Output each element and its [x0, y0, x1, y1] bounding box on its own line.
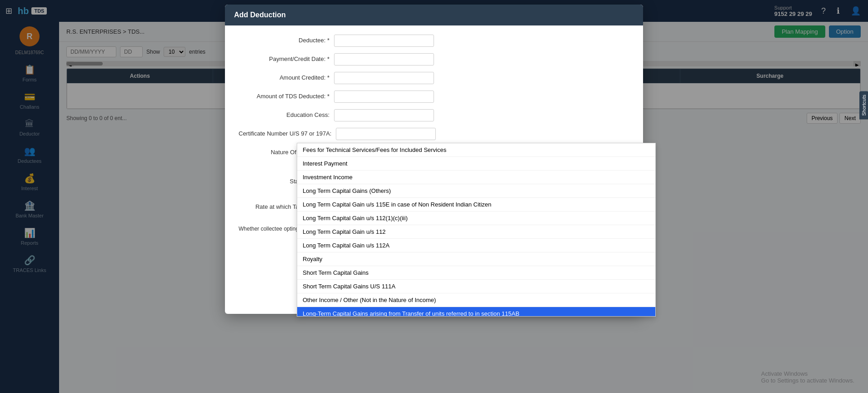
amount-credited-label: Amount Credited: * [239, 72, 329, 81]
deductee-label: Deductee: * [239, 35, 329, 44]
dropdown-item-7[interactable]: Long Term Capital Gain u/s 112A [297, 239, 655, 252]
certificate-input[interactable] [336, 128, 436, 140]
amount-tds-input[interactable] [334, 91, 434, 103]
certificate-label: Certificate Number U/S 97 or 197A: [239, 128, 331, 137]
modal-body: Deductee: * Payment/Credit Date: * Amoun… [225, 25, 643, 252]
dropdown-item-9[interactable]: Short Term Capital Gains [297, 266, 655, 280]
nature-dropdown-list[interactable]: Fees for Technical Services/Fees for Inc… [297, 143, 656, 317]
payment-date-label: Payment/Credit Date: * [239, 53, 329, 62]
payment-date-input[interactable] [334, 53, 434, 66]
dropdown-item-5[interactable]: Long Term Capital Gain u/s 112(1)(c)(iii… [297, 212, 655, 225]
dropdown-item-12[interactable]: Long-Term Capital Gains arising from Tra… [297, 307, 655, 316]
shortcuts-tab[interactable]: Shortcuts [859, 91, 868, 119]
certificate-row: Certificate Number U/S 97 or 197A: [239, 128, 629, 140]
dropdown-item-4[interactable]: Long Term Capital Gain u/s 115E in case … [297, 198, 655, 212]
dropdown-item-2[interactable]: Investment Income [297, 171, 655, 184]
dropdown-item-3[interactable]: Long Term Capital Gains (Others) [297, 184, 655, 198]
payment-date-row: Payment/Credit Date: * [239, 53, 629, 66]
dropdown-item-0[interactable]: Fees for Technical Services/Fees for Inc… [297, 143, 655, 157]
dropdown-item-11[interactable]: Other Income / Other (Not in the Nature … [297, 293, 655, 307]
education-cess-input[interactable] [334, 109, 434, 121]
deductee-row: Deductee: * [239, 35, 629, 47]
nature-remittance-row: Nature Of Remittance: Long-Term Capital … [239, 146, 629, 160]
deductee-input[interactable] [334, 35, 434, 47]
dropdown-options: Fees for Technical Services/Fees for Inc… [297, 143, 655, 316]
amount-credited-input[interactable] [334, 72, 434, 84]
modal-header: Add Deduction [225, 5, 643, 25]
add-deduction-modal: Add Deduction Deductee: * Payment/Credit… [225, 5, 643, 314]
amount-tds-row: Amount of TDS Deducted: * [239, 91, 629, 103]
dropdown-item-10[interactable]: Short Term Capital Gains U/S 111A [297, 280, 655, 293]
amount-tds-label: Amount of TDS Deducted: * [239, 91, 329, 100]
education-cess-row: Education Cess: [239, 109, 629, 121]
dropdown-item-1[interactable]: Interest Payment [297, 157, 655, 171]
modal-overlay: Add Deduction Deductee: * Payment/Credit… [0, 0, 868, 393]
dropdown-item-8[interactable]: Royalty [297, 252, 655, 266]
dropdown-item-6[interactable]: Long Term Capital Gain u/s 112 [297, 225, 655, 239]
amount-credited-row: Amount Credited: * [239, 72, 629, 84]
modal-title: Add Deduction [234, 11, 286, 19]
education-cess-label: Education Cess: [239, 109, 329, 118]
